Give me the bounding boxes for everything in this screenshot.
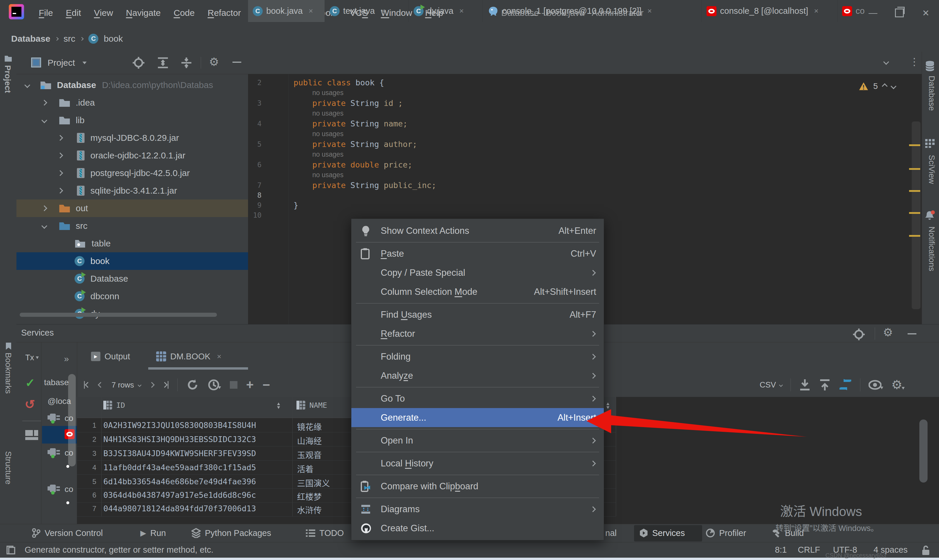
close-icon[interactable]: × bbox=[308, 6, 313, 15]
gear-icon[interactable]: ⚙ bbox=[883, 327, 893, 338]
hide-panel-button[interactable] bbox=[233, 62, 241, 63]
last-page-button[interactable] bbox=[163, 381, 168, 389]
toolwindow-profiler[interactable]: Profiler bbox=[706, 524, 746, 542]
cell-name[interactable]: 活着 bbox=[297, 463, 313, 475]
menu-edit[interactable]: Edit bbox=[59, 0, 88, 26]
warning-stripe-mark[interactable] bbox=[909, 235, 920, 237]
breadcrumb-project[interactable]: Database bbox=[11, 34, 50, 44]
tree-item-dbconn[interactable]: dbconn bbox=[17, 288, 248, 305]
tab-options-kebab-icon[interactable]: ⋮ bbox=[909, 56, 919, 68]
menu-item-diagrams[interactable]: Diagrams bbox=[352, 500, 604, 518]
layout-icon[interactable] bbox=[25, 430, 38, 440]
commit-check-icon[interactable]: ✓ bbox=[25, 376, 35, 389]
rollback-icon[interactable]: ↺ bbox=[25, 397, 35, 412]
collapse-all-button[interactable] bbox=[180, 57, 193, 69]
menu-item-show-context-actions[interactable]: Show Context Actions Alt+Enter bbox=[352, 221, 604, 240]
tab-dm-book[interactable]: DM.BOOK × bbox=[156, 344, 221, 369]
tab-text-java[interactable]: text.java × bbox=[325, 0, 409, 22]
menu-navigate[interactable]: Navigate bbox=[119, 0, 167, 26]
sort-icon[interactable] bbox=[277, 403, 280, 409]
menu-item-generate[interactable]: Generate... Alt+Insert bbox=[352, 408, 604, 427]
warning-stripe-mark[interactable] bbox=[909, 212, 920, 214]
tree-item-idea[interactable]: .idea bbox=[17, 94, 248, 111]
line-separator[interactable]: CRLF bbox=[798, 542, 820, 558]
cell-name[interactable]: 三国演义 bbox=[297, 477, 330, 489]
warning-stripe-mark[interactable] bbox=[909, 168, 920, 170]
toolwindow-terminal-truncated[interactable]: nal bbox=[605, 524, 617, 542]
cell-id[interactable]: 11afb0ddf43a4ee59aadf380c1f15ad5 bbox=[103, 463, 256, 472]
cell-id[interactable]: 044a980718124da894fdd70f37006d13 bbox=[103, 504, 256, 513]
line-number[interactable]: 4 bbox=[248, 120, 262, 128]
restore-button[interactable] bbox=[886, 0, 913, 26]
grid-scrollbar[interactable] bbox=[919, 420, 928, 483]
cell-name[interactable]: 玉观音 bbox=[297, 449, 322, 460]
transaction-mode-select[interactable]: Tx bbox=[25, 353, 39, 362]
cell-name[interactable]: 山海经 bbox=[297, 435, 322, 446]
window-layout-icon[interactable] bbox=[6, 546, 15, 554]
menu-code[interactable]: Code bbox=[167, 0, 201, 26]
line-number-current[interactable]: 8 bbox=[248, 191, 262, 200]
grid-column-divider[interactable] bbox=[101, 397, 102, 516]
stop-query-button[interactable] bbox=[230, 381, 237, 389]
lock-icon[interactable] bbox=[921, 545, 930, 555]
menu-item-analyze[interactable]: Analyze bbox=[352, 366, 604, 385]
menu-item-refactor[interactable]: Refactor bbox=[352, 324, 604, 343]
grid-header-name[interactable]: NAME bbox=[296, 401, 327, 409]
stripe-structure-button[interactable]: Structure bbox=[3, 451, 13, 485]
menu-refactor[interactable]: Refactor bbox=[201, 0, 247, 26]
tree-scrollbar[interactable] bbox=[68, 374, 76, 466]
close-icon[interactable]: × bbox=[647, 6, 652, 15]
locate-button[interactable] bbox=[853, 329, 865, 340]
menu-item-go-to[interactable]: Go To bbox=[352, 389, 604, 408]
breadcrumb-book[interactable]: book bbox=[103, 34, 123, 44]
close-icon[interactable]: × bbox=[459, 6, 464, 15]
caret-position[interactable]: 8:1 bbox=[775, 542, 787, 558]
tree-item-database-class[interactable]: Database bbox=[17, 270, 248, 288]
locate-file-button[interactable] bbox=[133, 57, 144, 69]
line-number[interactable]: 9 bbox=[248, 201, 262, 209]
tree-item-jar-oracle[interactable]: oracle-ojdbc-12.2.0.1.jar bbox=[17, 147, 248, 164]
tree-item-jar-mysql[interactable]: mysql-JDBC-8.0.29.jar bbox=[17, 129, 248, 147]
line-number[interactable]: 6 bbox=[248, 161, 262, 169]
tree-item-out[interactable]: out bbox=[17, 200, 248, 217]
next-page-button[interactable] bbox=[149, 382, 155, 388]
menu-item-folding[interactable]: Folding bbox=[352, 347, 604, 366]
toolwindow-run[interactable]: ▶ Run bbox=[140, 524, 166, 542]
next-problem-icon[interactable] bbox=[891, 83, 896, 89]
line-number[interactable]: 5 bbox=[248, 140, 262, 148]
inspections-widget[interactable]: 5 bbox=[859, 82, 896, 91]
previous-page-button[interactable] bbox=[98, 382, 103, 388]
compare-data-icon[interactable] bbox=[839, 378, 852, 391]
tab-output[interactable]: Output bbox=[91, 344, 130, 369]
menu-file[interactable]: File bbox=[32, 0, 59, 26]
more-actions-icon[interactable]: » bbox=[64, 354, 69, 364]
menu-item-copy-paste-special[interactable]: Copy / Paste Special bbox=[352, 263, 604, 282]
toolwindow-services[interactable]: Services bbox=[639, 524, 685, 542]
export-format-select[interactable]: CSV bbox=[760, 380, 782, 389]
project-view-select[interactable]: Project bbox=[48, 52, 86, 74]
hide-panel-button[interactable] bbox=[908, 333, 916, 334]
tab-console-1[interactable]: console_1 [postgres@10.0.0.199 [2]] × bbox=[483, 0, 702, 22]
export-data-icon[interactable] bbox=[799, 379, 811, 391]
tab-console-8[interactable]: console_8 [@localhost] × bbox=[702, 0, 837, 22]
services-tree-item-console[interactable]: co bbox=[65, 485, 73, 494]
cell-name[interactable]: 镜花缘 bbox=[297, 421, 322, 432]
tree-item-database-root[interactable]: Database D:\idea.com\python\Databas bbox=[17, 76, 248, 94]
cell-id[interactable]: N4H1KS83HSI3HQ9DH33EBSSDIDCJ32C3 bbox=[103, 435, 256, 444]
tab-console-truncated[interactable]: co bbox=[837, 0, 879, 22]
previous-problem-icon[interactable] bbox=[882, 83, 888, 89]
grid-column-divider[interactable] bbox=[292, 397, 293, 516]
line-number[interactable]: 10 bbox=[248, 211, 262, 219]
menu-item-column-selection-mode[interactable]: Column Selection Mode Alt+Shift+Insert bbox=[352, 282, 604, 301]
stripe-notifications-button[interactable]: Notifications bbox=[927, 226, 936, 271]
import-data-icon[interactable] bbox=[819, 379, 831, 391]
line-number[interactable]: 3 bbox=[248, 99, 262, 108]
editor-scrollbar[interactable] bbox=[912, 122, 920, 309]
tree-item-book[interactable]: book bbox=[17, 252, 248, 270]
line-number[interactable]: 2 bbox=[248, 78, 262, 87]
stripe-bookmarks-button[interactable]: Bookmarks bbox=[3, 352, 13, 394]
close-icon[interactable]: × bbox=[381, 6, 385, 15]
warning-stripe-mark[interactable] bbox=[909, 190, 920, 192]
view-options-icon[interactable] bbox=[868, 380, 883, 390]
stripe-sciview-button[interactable]: SciView bbox=[927, 155, 936, 184]
